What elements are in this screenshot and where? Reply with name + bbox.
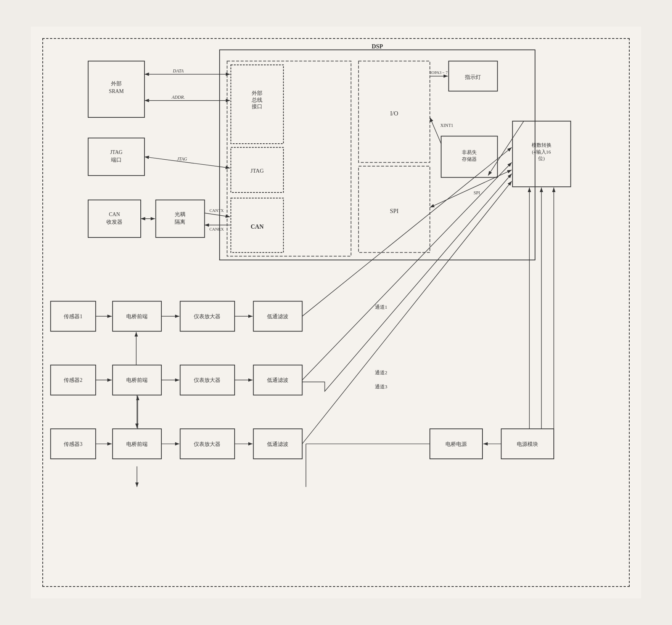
svg-text:通道2: 通道2 <box>375 370 387 375</box>
svg-text:位): 位) <box>538 156 545 161</box>
svg-text:仪表放大器: 仪表放大器 <box>194 441 220 447</box>
svg-text:电桥前端: 电桥前端 <box>126 441 148 447</box>
svg-text:传感器1: 传感器1 <box>64 314 82 319</box>
svg-rect-61 <box>180 301 235 331</box>
svg-rect-26 <box>231 198 283 253</box>
svg-text:非易失: 非易失 <box>462 150 477 155</box>
svg-rect-59 <box>113 301 161 331</box>
outer-container: DSP 外部 SRAM JTAG 端口 CAN 收发器 光耦 隔离 <box>42 38 630 587</box>
svg-text:外部: 外部 <box>111 81 122 87</box>
svg-text:隔离: 隔离 <box>175 219 185 225</box>
svg-rect-20 <box>231 65 283 144</box>
svg-rect-65 <box>51 365 96 395</box>
svg-rect-63 <box>253 301 302 331</box>
svg-text:(4输入16: (4输入16 <box>532 149 551 155</box>
svg-text:通道3: 通道3 <box>375 384 387 389</box>
svg-line-93 <box>302 162 511 380</box>
svg-text:CANTX: CANTX <box>209 208 223 213</box>
svg-text:仪表放大器: 仪表放大器 <box>194 314 220 319</box>
svg-text:CAN: CAN <box>251 223 264 230</box>
svg-text:XINT1: XINT1 <box>440 123 453 128</box>
svg-line-45 <box>204 213 230 217</box>
svg-text:总线: 总线 <box>251 97 262 103</box>
svg-text:电源模块: 电源模块 <box>517 441 538 447</box>
svg-rect-73 <box>51 429 96 459</box>
svg-rect-30 <box>449 61 497 91</box>
svg-text:JTAG: JTAG <box>110 149 123 155</box>
svg-line-43 <box>145 157 230 168</box>
svg-rect-5 <box>227 61 351 256</box>
svg-text:收发器: 收发器 <box>106 219 122 225</box>
svg-line-100 <box>302 181 511 444</box>
svg-text:电桥电源: 电桥电源 <box>445 441 467 447</box>
svg-rect-69 <box>180 365 235 395</box>
svg-text:SRAM: SRAM <box>109 88 124 94</box>
svg-rect-83 <box>501 429 554 459</box>
page: DSP 外部 SRAM JTAG 端口 CAN 收发器 光耦 隔离 <box>31 27 641 598</box>
svg-rect-8 <box>88 61 145 117</box>
svg-text:电桥前端: 电桥前端 <box>126 377 148 383</box>
svg-rect-7 <box>359 166 430 252</box>
svg-text:I/O: I/O <box>390 110 398 117</box>
svg-text:存储器: 存储器 <box>462 157 477 162</box>
svg-line-52 <box>430 117 441 144</box>
svg-rect-11 <box>88 138 145 175</box>
svg-text:ADDR.: ADDR. <box>171 95 185 100</box>
svg-text:电桥前端: 电桥前端 <box>126 314 148 319</box>
svg-text:DATA: DATA <box>172 68 184 74</box>
svg-line-98 <box>302 380 303 383</box>
svg-rect-32 <box>441 136 498 177</box>
svg-rect-79 <box>253 429 302 459</box>
svg-text:IOPA3－7: IOPA3－7 <box>430 70 448 75</box>
svg-text:DSP: DSP <box>371 43 383 50</box>
svg-text:仪表放大器: 仪表放大器 <box>194 377 220 383</box>
svg-text:JTAG: JTAG <box>177 156 187 162</box>
svg-rect-3 <box>220 50 535 260</box>
svg-rect-6 <box>359 61 430 162</box>
svg-text:接口: 接口 <box>252 104 262 109</box>
svg-rect-71 <box>253 365 302 395</box>
svg-text:SPI: SPI <box>390 208 399 214</box>
svg-rect-67 <box>113 365 161 395</box>
svg-text:JTAG: JTAG <box>251 168 264 174</box>
svg-rect-17 <box>156 200 204 237</box>
svg-line-56 <box>488 121 524 176</box>
svg-text:模数转换: 模数转换 <box>532 143 551 148</box>
svg-line-54 <box>430 170 512 207</box>
svg-text:低通滤波: 低通滤波 <box>267 377 288 383</box>
svg-rect-24 <box>231 147 283 192</box>
svg-text:光耦: 光耦 <box>175 212 185 217</box>
svg-text:CANRX: CANRX <box>209 227 224 231</box>
svg-text:低通滤波: 低通滤波 <box>267 441 288 447</box>
svg-rect-14 <box>88 200 141 237</box>
svg-rect-35 <box>513 121 571 187</box>
svg-text:低通滤波: 低通滤波 <box>267 314 288 319</box>
svg-line-88 <box>302 147 511 316</box>
svg-text:端口: 端口 <box>111 157 122 163</box>
svg-rect-77 <box>180 429 235 459</box>
svg-rect-81 <box>430 429 482 459</box>
svg-text:CAN: CAN <box>109 212 120 217</box>
svg-text:指示灯: 指示灯 <box>465 74 481 80</box>
svg-text:SPI: SPI <box>474 190 480 196</box>
svg-text:外部: 外部 <box>252 90 262 96</box>
svg-rect-57 <box>51 301 96 331</box>
svg-text:传感器2: 传感器2 <box>64 377 82 383</box>
svg-text:通道1: 通道1 <box>375 304 387 310</box>
svg-text:传感器3: 传感器3 <box>64 441 82 447</box>
svg-rect-75 <box>113 429 161 459</box>
